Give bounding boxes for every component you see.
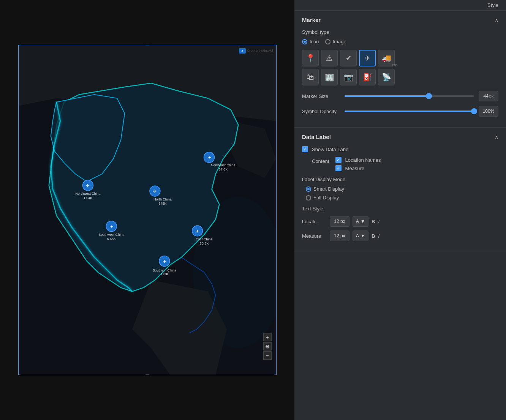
- svg-text:145K: 145K: [158, 202, 166, 205]
- icon-warning[interactable]: ⚠: [321, 50, 338, 66]
- svg-text:Southwest China: Southwest China: [98, 233, 124, 237]
- check-icon: ✓: [304, 147, 307, 152]
- location-names-checkbox[interactable]: ✓: [335, 157, 342, 163]
- compass-button[interactable]: ⊕: [263, 342, 272, 351]
- image-radio-circle: [325, 39, 330, 44]
- marker-size-label: Marker Size: [302, 93, 340, 99]
- svg-text:North China: North China: [153, 197, 171, 201]
- measure-check-icon: ✓: [337, 166, 340, 171]
- marker-section: Marker ∧ Symbol type Icon Image 📍 ⚠ ✔ ✈ …: [294, 11, 506, 128]
- map-visualization: ✈ Northwest China 17.4K ✈ North China 14…: [19, 45, 276, 375]
- data-label-section: Data Label ∧ ✓ Show Data Label Content ✓…: [294, 128, 506, 251]
- symbol-opacity-value[interactable]: 100%: [479, 106, 498, 117]
- svg-text:17.4K: 17.4K: [83, 196, 92, 200]
- data-label-title: Data Label: [302, 134, 331, 140]
- show-data-label-checkbox[interactable]: ✓: [302, 146, 308, 152]
- marker-size-thumb[interactable]: [426, 93, 432, 99]
- label-display-mode-title: Label Display Mode: [302, 177, 498, 182]
- top-strip: Style: [294, 0, 506, 11]
- right-panel: Style Marker ∧ Symbol type Icon Image 📍 …: [294, 0, 506, 420]
- icon-building[interactable]: 🏢: [321, 69, 338, 85]
- svg-text:6.65K: 6.65K: [107, 237, 115, 241]
- icon-shield-check[interactable]: ✔: [340, 50, 357, 66]
- zoom-in-button[interactable]: +: [263, 333, 272, 341]
- marker-collapse-icon[interactable]: ∧: [495, 17, 498, 23]
- smart-display-radio[interactable]: Smart Display: [306, 186, 344, 192]
- marker-size-value[interactable]: 44 px: [479, 91, 498, 101]
- measure-checkbox[interactable]: ✓: [335, 165, 342, 171]
- icon-airplane[interactable]: ✈: [359, 50, 376, 66]
- location-bold-button[interactable]: B: [372, 219, 375, 224]
- icon-fuel[interactable]: ⛽: [359, 69, 376, 85]
- content-options: ✓ Location Names ✓ Measure: [335, 157, 381, 171]
- measure-ts-label: Measure: [302, 233, 327, 239]
- svg-text:Northeast China: Northeast China: [211, 163, 236, 167]
- full-display-radio[interactable]: Full Display: [306, 195, 339, 201]
- data-label-collapse-icon[interactable]: ∧: [495, 134, 498, 140]
- symbol-opacity-track[interactable]: [345, 111, 474, 112]
- marker-size-unit: px: [489, 94, 494, 98]
- full-display-label: Full Display: [313, 195, 339, 201]
- icon-radio-label: Icon: [310, 39, 319, 44]
- icon-camera[interactable]: 📷: [340, 69, 357, 85]
- smart-display-label: Smart Display: [313, 186, 344, 192]
- content-label: Content: [312, 158, 329, 164]
- text-style-block: Text Style Locati... 12 px A ▼ B I Measu…: [302, 206, 498, 241]
- svg-text:✈: ✈: [207, 155, 211, 160]
- map-watermark: A © 2023 AutoNavi: [239, 48, 273, 54]
- symbol-type-label: Symbol type: [302, 29, 498, 35]
- icon-radio-circle: [302, 39, 307, 44]
- svg-text:✈: ✈: [86, 183, 90, 188]
- marker-size-track[interactable]: [345, 95, 474, 97]
- svg-text:173K: 173K: [160, 272, 168, 276]
- icon-location-pin[interactable]: 📍: [302, 50, 319, 66]
- symbol-type-icon-radio[interactable]: Icon: [302, 39, 319, 44]
- measure-font-dropdown[interactable]: A ▼: [353, 231, 368, 241]
- location-italic-button[interactable]: I: [378, 219, 380, 224]
- measure-bold-button[interactable]: B: [372, 233, 375, 239]
- icon-grid: 📍 ⚠ ✔ ✈ 🚚 ☞ 🛍 🏢 📷 ⛽ 📡: [302, 50, 498, 85]
- marker-size-fill: [345, 95, 429, 97]
- marker-title: Marker: [302, 17, 321, 23]
- location-px-input[interactable]: 12 px: [330, 216, 349, 227]
- measure-label: Measure: [345, 166, 365, 171]
- show-data-label-text: Show Data Label: [312, 147, 349, 152]
- measure-px-input[interactable]: 12 px: [330, 231, 349, 241]
- svg-text:80.5K: 80.5K: [199, 242, 208, 245]
- label-display-mode-block: Label Display Mode Smart Display Full Di…: [302, 177, 498, 201]
- symbol-opacity-label: Symbol Opacity: [302, 109, 340, 114]
- measure-row[interactable]: ✓ Measure: [335, 165, 381, 171]
- icon-bag[interactable]: 🛍: [302, 69, 319, 85]
- content-block: Content ✓ Location Names ✓ Measure: [312, 157, 498, 171]
- map-controls: + ⊕ −: [263, 333, 272, 360]
- svg-text:✈: ✈: [162, 259, 166, 264]
- location-font-dropdown[interactable]: A ▼: [353, 216, 368, 227]
- svg-text:✈: ✈: [153, 189, 157, 194]
- svg-text:Southern China: Southern China: [152, 268, 176, 272]
- icon-signal[interactable]: 📡: [378, 69, 395, 85]
- show-data-label-row[interactable]: ✓ Show Data Label: [302, 146, 498, 152]
- symbol-opacity-fill: [345, 111, 474, 112]
- cursor-hand-icon: ☞: [392, 62, 397, 69]
- svg-text:✈: ✈: [195, 229, 199, 234]
- smart-display-circle: [306, 186, 311, 192]
- svg-text:East China: East China: [196, 237, 212, 241]
- watermark-text: © 2023 AutoNavi: [247, 49, 273, 53]
- style-label: Style: [487, 2, 498, 8]
- symbol-opacity-thumb[interactable]: [471, 108, 477, 114]
- location-check-icon: ✓: [337, 158, 340, 163]
- measure-italic-button[interactable]: I: [378, 233, 380, 239]
- svg-text:57.6K: 57.6K: [218, 167, 227, 171]
- symbol-opacity-row: Symbol Opacity 100%: [302, 106, 498, 117]
- text-style-title: Text Style: [302, 206, 498, 212]
- measure-text-style-row: Measure 12 px A ▼ B I: [302, 231, 498, 241]
- symbol-type-image-radio[interactable]: Image: [325, 39, 346, 44]
- location-text-style-row: Locati... 12 px A ▼ B I: [302, 216, 498, 227]
- data-label-header: Data Label ∧: [302, 134, 498, 140]
- icon-truck[interactable]: 🚚 ☞: [378, 50, 395, 66]
- dropdown-chevron: ▼: [361, 219, 365, 224]
- location-names-row[interactable]: ✓ Location Names: [335, 157, 381, 163]
- zoom-out-button[interactable]: −: [263, 351, 272, 360]
- svg-text:Northwest China: Northwest China: [75, 192, 100, 196]
- map-area: ✈ Northwest China 17.4K ✈ North China 14…: [0, 0, 294, 420]
